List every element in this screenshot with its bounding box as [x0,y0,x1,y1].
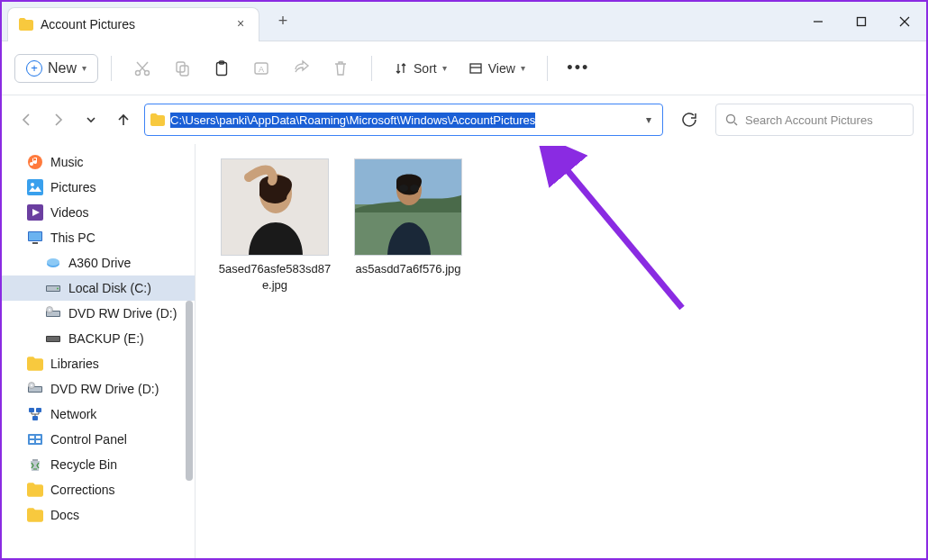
music-icon [27,154,43,170]
svg-rect-44 [30,436,34,438]
search-input[interactable]: Search Account Pictures [715,104,914,136]
share-button [283,51,319,86]
refresh-button[interactable] [672,104,706,136]
window-controls [796,2,926,41]
separator [547,56,548,81]
sidebar-item-recycle-bin[interactable]: Recycle Bin [2,452,195,477]
sidebar-item-local-disk-c-[interactable]: Local Disk (C:) [2,275,195,301]
svg-rect-19 [27,179,43,195]
address-bar[interactable]: C:\Users\panki\AppData\Roaming\Microsoft… [144,104,663,136]
maximize-button[interactable] [840,2,883,41]
sidebar-item-pictures[interactable]: Pictures [2,175,195,200]
minimize-button[interactable] [796,2,840,41]
videos-icon [27,204,43,221]
sidebar-item-label: Libraries [50,357,99,371]
svg-rect-42 [32,416,38,420]
pictures-icon [27,179,43,195]
sidebar-item-a360-drive[interactable]: A360 Drive [2,250,195,275]
view-icon [469,61,483,76]
svg-point-16 [727,115,735,123]
file-item[interactable]: 5ased76asfe583sd87e.jpg [217,158,332,293]
sidebar-item-label: A360 Drive [68,256,131,270]
svg-rect-14 [470,64,481,73]
address-row: C:\Users\panki\AppData\Roaming\Microsoft… [2,95,926,144]
controlpanel-icon [27,431,43,447]
file-name: as5asdd7a6f576.jpg [350,261,466,277]
sidebar-item-dvd-rw-drive-d-[interactable]: DVD RW Drive (D:) [2,376,195,402]
close-tab-icon[interactable]: × [233,17,248,32]
svg-rect-1 [858,17,866,25]
network-icon [27,406,43,422]
view-button[interactable]: View ▾ [459,56,534,81]
svg-point-20 [31,183,34,186]
new-button[interactable]: + New ▾ [14,54,98,83]
svg-point-29 [57,288,59,290]
tab-current[interactable]: Account Pictures × [7,7,259,41]
forward-button[interactable] [47,108,70,131]
svg-rect-45 [36,436,41,438]
file-item[interactable]: as5asdd7a6f576.jpg [350,158,466,277]
recent-button[interactable] [79,108,103,131]
svg-point-26 [47,258,59,266]
close-window-button[interactable] [883,2,926,41]
sidebar-item-label: Videos [50,205,89,220]
main-area: MusicPicturesVideosThis PCA360 DriveLoca… [2,144,926,558]
sidebar-item-label: Local Disk (C:) [68,281,151,295]
svg-rect-46 [30,440,34,443]
navigation-pane: MusicPicturesVideosThis PCA360 DriveLoca… [2,144,196,558]
address-path[interactable]: C:\Users\panki\AppData\Roaming\Microsoft… [170,113,535,128]
svg-point-4 [136,70,141,75]
back-button[interactable] [14,108,38,131]
search-placeholder: Search Account Pictures [745,113,873,127]
more-button[interactable]: ••• [560,51,596,86]
svg-point-5 [145,70,150,75]
sidebar-item-libraries[interactable]: Libraries [2,351,195,376]
sidebar-item-docs[interactable]: Docs [2,502,195,528]
sidebar-item-dvd-rw-drive-d-[interactable]: DVD RW Drive (D:) [2,301,195,326]
new-tab-button[interactable]: + [267,5,299,38]
sidebar-item-label: Control Panel [50,432,127,447]
sidebar-item-label: DVD RW Drive (D:) [68,306,177,321]
title-bar: Account Pictures × + [2,2,926,41]
svg-point-53 [399,185,408,192]
sidebar-item-videos[interactable]: Videos [2,200,195,225]
file-name: 5ased76asfe583sd87e.jpg [217,261,332,293]
chevron-down-icon: ▾ [442,63,447,73]
svg-point-54 [410,185,419,192]
paste-button[interactable] [204,51,240,86]
file-content-area[interactable]: 5ased76asfe583sd87e.jpgas5asdd7a6f576.jp… [196,144,926,558]
thispc-icon [27,230,43,246]
up-button[interactable] [112,108,135,131]
view-label: View [488,61,515,76]
svg-rect-24 [32,242,38,244]
sidebar-item-label: Pictures [50,180,96,194]
chevron-down-icon: ▾ [521,63,525,73]
sort-icon [394,61,408,76]
svg-rect-23 [29,232,41,240]
sidebar-item-label: Docs [50,508,79,522]
sort-label: Sort [414,61,437,76]
sidebar-item-control-panel[interactable]: Control Panel [2,427,195,452]
sidebar-item-label: Corrections [50,483,115,497]
folder-icon [27,356,43,372]
sidebar-item-label: Recycle Bin [50,457,117,472]
svg-rect-41 [36,408,41,412]
sidebar-item-corrections[interactable]: Corrections [2,477,195,502]
new-button-label: New [48,60,77,77]
sort-button[interactable]: Sort ▾ [385,56,456,81]
sidebar-item-music[interactable]: Music [2,149,195,175]
file-thumbnail [221,158,329,256]
folder-icon [27,482,43,498]
separator [371,56,372,81]
sidebar-item-this-pc[interactable]: This PC [2,225,195,250]
scrollbar-thumb[interactable] [186,301,193,481]
sidebar-item-network[interactable]: Network [2,402,195,427]
delete-button [323,51,359,86]
sidebar-item-backup-e-[interactable]: BACKUP (E:) [2,326,195,351]
file-thumbnail [354,158,462,256]
svg-text:A: A [259,65,264,74]
address-history-dropdown[interactable]: ▾ [641,113,657,126]
sidebar-item-label: DVD RW Drive (D:) [50,382,159,396]
toolbar: + New ▾ A Sort ▾ View ▾ ••• [2,41,926,95]
sidebar-item-label: BACKUP (E:) [68,331,144,346]
